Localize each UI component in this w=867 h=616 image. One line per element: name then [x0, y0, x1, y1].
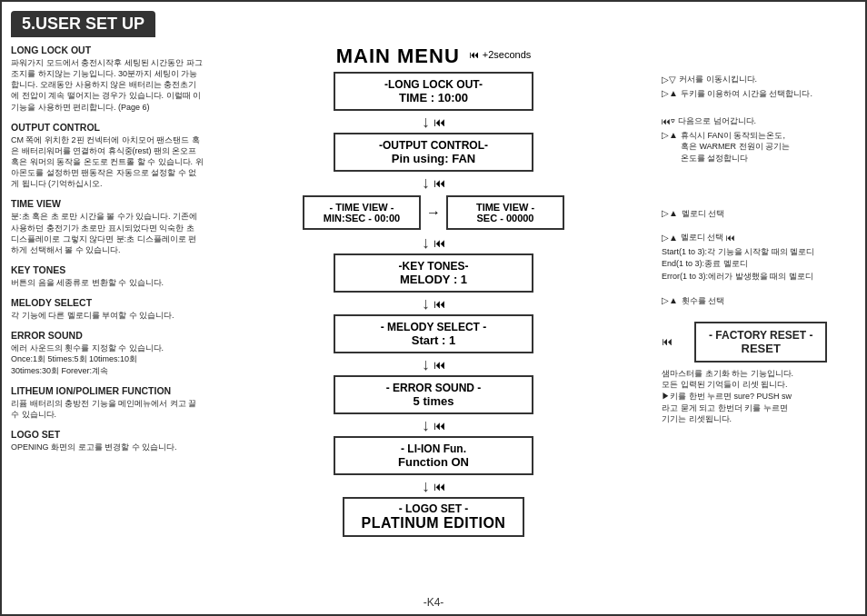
sidebar-desc-litheum-ion: 리퓸 배터리의 충방전 기능을 메인메뉴에서 켜고 끌 수 있습니다. — [11, 398, 204, 420]
sidebar-title-melody-select: MELODY SELECT — [11, 297, 204, 308]
factory-reset-desc: 샘마스터를 초기화 하는 기능입니다. 모든 입력된 기억들이 리셋 됩니다. … — [662, 368, 856, 425]
sidebar-title-output-control: OUTPUT CONTROL — [11, 122, 204, 133]
skip-icon-4: ⏮ — [434, 297, 445, 311]
sidebar-section-long-lock-out: LONG LOCK OUT 파워가지 모드에서 충전시작후 세팅된 시간동안 파… — [11, 45, 204, 113]
sidebar-section-logo-set: LOGO SET OPENING 화면의 로고를 변경할 수 있습니다. — [11, 429, 204, 452]
next-note: 다음으로 넘어갑니다. — [678, 115, 756, 127]
key-tones-tri-icon: ▷▲ — [662, 208, 678, 218]
arrow-down-7: ↓ — [422, 478, 430, 494]
sidebar-desc-logo-set: OPENING 화면의 로고를 변경할 수 있습니다. — [11, 442, 204, 452]
arrow-down-1: ↓ — [422, 114, 430, 130]
skip-icon-3: ⏮ — [434, 236, 445, 250]
error-sound-title: - ERROR SOUND - — [348, 382, 519, 394]
time-view-sec-box: TIME VIEW - SEC - 00000 — [446, 195, 564, 230]
time-view-min-value: MIN:SEC - 00:00 — [314, 213, 410, 224]
long-lock-out-value: TIME : 10:00 — [348, 91, 519, 104]
right-block-key-tones: ▷▲ 멜로디 선택 — [662, 208, 856, 220]
time-view-sec-title: TIME VIEW - — [457, 202, 553, 213]
factory-reset-title: - FACTORY RESET - — [709, 329, 812, 342]
time-view-min-title: - TIME VIEW - — [314, 202, 410, 213]
menu-subtitle: ⏮ +2seconds — [469, 49, 532, 60]
skip-icon-5: ⏮ — [434, 358, 445, 372]
factory-reset-section: ⏮ - FACTORY RESET - RESET 샘마스터를 초기화 하는 기… — [662, 322, 856, 425]
error-sound-box: - ERROR SOUND - 5 times — [334, 375, 533, 414]
melody-select-value: Start : 1 — [348, 333, 519, 347]
sidebar-title-litheum-ion: LITHEUM ION/POLIMER FUNCTION — [11, 385, 204, 396]
sidebar-title-key-tones: KEY TONES — [11, 264, 204, 275]
sidebar-section-key-tones: KEY TONES 버튼의 음을 세종류로 변환할 수 있습니다. — [11, 264, 204, 288]
arrow-down-2: ↓ — [422, 174, 430, 191]
output-control-value: Pin using: FAN — [348, 152, 519, 165]
logo-set-value: PLATINUM EDITION — [355, 515, 512, 532]
sidebar-desc-melody-select: 각 기능에 다른 멜로디를 부여할 수 있습니다. — [11, 310, 204, 321]
key-tones-value: MELODY : 1 — [348, 273, 519, 286]
long-lock-out-title: -LONG LOCK OUT- — [348, 78, 519, 91]
sidebar-desc-time-view: 분:초 혹은 초 로만 시간을 볼 수가 있습니다. 기존에 사용하던 충전기가… — [11, 211, 204, 255]
right-sidebar: ▷▽ 커서를 이동시킵니다. ▷▲ 두키를 이용하여 시간을 선택합니다. ⏮▽… — [656, 45, 856, 593]
sidebar-section-time-view: TIME VIEW 분:초 혹은 초 로만 시간을 볼 수가 있습니다. 기존에… — [11, 198, 204, 255]
melody-select-title: - MELODY SELECT - — [348, 321, 519, 333]
arrow-down-3: ↓ — [422, 234, 430, 251]
cursor-note: 커서를 이동시킵니다. — [679, 74, 757, 85]
right-block-melody-select: ▷▲ 멜로디 선택 ⏮ Start(1 to 3):각 기능을 시작할 때의 멜… — [662, 232, 856, 283]
sidebar-title-error-sound: ERROR SOUND — [11, 330, 204, 341]
error-sound-value: 5 times — [348, 394, 519, 408]
error-sound-tri-icon: ▷▲ — [662, 295, 678, 305]
time-note: 두키를 이용하여 시간을 선택합니다. — [681, 88, 812, 100]
key-tones-note: 멜로디 선택 — [682, 208, 725, 220]
menu-subtitle-text: +2seconds — [483, 49, 532, 60]
temp-icon: ▷▲ — [662, 130, 678, 140]
sidebar-desc-key-tones: 버튼의 음을 세종류로 변환할 수 있습니다. — [11, 277, 204, 288]
sidebar-desc-long-lock-out: 파워가지 모드에서 충전시작후 세팅된 시간동안 파그조지를 하지않는 기능입니… — [11, 57, 204, 113]
flow-container: -LONG LOCK OUT- TIME : 10:00 ↓ ⏮ -OUTPUT… — [211, 72, 656, 537]
factory-reset-value: RESET — [709, 342, 812, 355]
skip-icon-6: ⏮ — [434, 419, 445, 432]
right-block-error-sound: ▷▲ 횟수를 선택 — [662, 295, 856, 307]
skip-icon-7: ⏮ — [434, 480, 445, 493]
arrow-down-4: ↓ — [422, 295, 430, 312]
melody-detail: Start(1 to 3):각 기능을 시작할 때의 멜로디 End(1 to … — [662, 246, 814, 283]
li-ion-value: Function ON — [348, 455, 519, 469]
time-view-row: - TIME VIEW - MIN:SEC - 00:00 → TIME VIE… — [303, 195, 564, 230]
sidebar-title-logo-set: LOGO SET — [11, 429, 204, 440]
error-sound-note: 횟수를 선택 — [682, 295, 725, 307]
sidebar-section-output-control: OUTPUT CONTROL CM 쪽에 위치한 2핀 컨넥터에 아치모어 팬스… — [11, 122, 204, 190]
time-select-icon: ▷▲ — [662, 88, 678, 98]
right-block-long-lock-out: ▷▽ 커서를 이동시킵니다. ▷▲ 두키를 이용하여 시간을 선택합니다. — [662, 74, 856, 99]
key-tones-box: -KEY TONES- MELODY : 1 — [334, 253, 533, 293]
page-number: -K4- — [424, 596, 444, 609]
temp-note: 휴식시 FAN이 동작되는온도, 혹은 WARMER 전원이 공기는 온도를 설… — [681, 130, 790, 164]
time-view-min-box: - TIME VIEW - MIN:SEC - 00:00 — [303, 195, 421, 230]
factory-reset-skip-icon: ⏮ — [662, 335, 673, 348]
sidebar-desc-output-control: CM 쪽에 위치한 2핀 컨넥터에 아치모어 팬스탠드 혹은 배터리워머를 연결… — [11, 134, 204, 190]
arrow-down-5: ↓ — [422, 356, 430, 373]
next-icon: ⏮▽ — [662, 116, 675, 126]
logo-set-title: - LOGO SET - — [355, 502, 512, 515]
sidebar-title-long-lock-out: LONG LOCK OUT — [11, 45, 204, 55]
skip-icon-1: ⏮ — [434, 115, 445, 129]
long-lock-out-box: -LONG LOCK OUT- TIME : 10:00 — [334, 72, 533, 111]
left-sidebar: LONG LOCK OUT 파워가지 모드에서 충전시작후 세팅된 시간동안 파… — [11, 45, 211, 593]
content-area: LONG LOCK OUT 파워가지 모드에서 충전시작후 세팅된 시간동안 파… — [11, 45, 856, 593]
key-tones-title: -KEY TONES- — [348, 260, 519, 273]
factory-reset-box: - FACTORY RESET - RESET — [694, 322, 827, 363]
page-title: 5.USER SET UP — [11, 11, 155, 37]
melody-note: 멜로디 선택 — [681, 232, 724, 243]
skip-back-icon: ⏮ — [469, 49, 479, 60]
li-ion-box: - LI-ION Fun. Function ON — [334, 436, 533, 475]
melody-tri-icon: ▷▲ — [662, 233, 678, 243]
right-block-output-control: ⏮▽ 다음으로 넘어갑니다. ▷▲ 휴식시 FAN이 동작되는온도, 혹은 WA… — [662, 115, 856, 164]
li-ion-title: - LI-ION Fun. — [348, 442, 519, 455]
logo-set-box: - LOGO SET - PLATINUM EDITION — [343, 497, 524, 537]
output-control-title: -OUTPUT CONTROL- — [348, 139, 519, 152]
page: 5.USER SET UP LONG LOCK OUT 파워가지 모드에서 충전… — [0, 0, 867, 616]
sidebar-section-litheum-ion: LITHEUM ION/POLIMER FUNCTION 리퓸 배터리의 충방전… — [11, 385, 204, 420]
arrow-down-6: ↓ — [422, 417, 430, 433]
melody-skip-icon: ⏮ — [726, 233, 735, 243]
skip-icon-2: ⏮ — [434, 176, 445, 190]
main-menu-title: MAIN MENU — [336, 45, 460, 68]
melody-select-box: - MELODY SELECT - Start : 1 — [334, 314, 533, 353]
sidebar-section-melody-select: MELODY SELECT 각 기능에 다른 멜로디를 부여할 수 있습니다. — [11, 297, 204, 321]
sidebar-title-time-view: TIME VIEW — [11, 198, 204, 209]
center-flow: MAIN MENU ⏮ +2seconds -LONG LOCK OUT- TI… — [211, 45, 656, 593]
